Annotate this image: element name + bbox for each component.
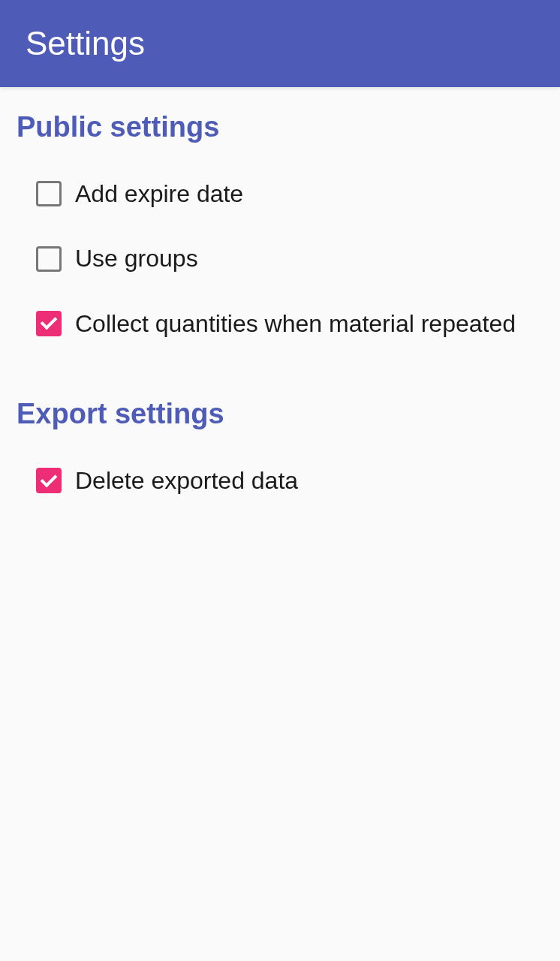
- checkbox-unchecked-icon: [36, 246, 62, 272]
- checkbox-checked-icon: [36, 468, 62, 493]
- section-title-export: Export settings: [17, 398, 543, 430]
- setting-label: Add expire date: [75, 179, 243, 208]
- setting-label: Collect quantities when material repeate…: [75, 309, 516, 338]
- setting-label: Delete exported data: [75, 466, 298, 495]
- checkmark-icon: [41, 471, 58, 488]
- setting-add-expire-date[interactable]: Add expire date: [17, 161, 543, 226]
- settings-content: Public settings Add expire date Use grou…: [0, 87, 560, 529]
- section-title-public: Public settings: [17, 111, 543, 143]
- checkbox-checked-icon: [36, 311, 62, 336]
- checkbox-unchecked-icon: [36, 181, 62, 206]
- setting-label: Use groups: [75, 244, 198, 273]
- page-title: Settings: [26, 25, 145, 62]
- checkmark-icon: [41, 313, 58, 330]
- setting-use-groups[interactable]: Use groups: [17, 226, 543, 291]
- setting-collect-quantities[interactable]: Collect quantities when material repeate…: [17, 291, 543, 356]
- setting-delete-exported-data[interactable]: Delete exported data: [17, 448, 543, 513]
- app-header: Settings: [0, 0, 560, 87]
